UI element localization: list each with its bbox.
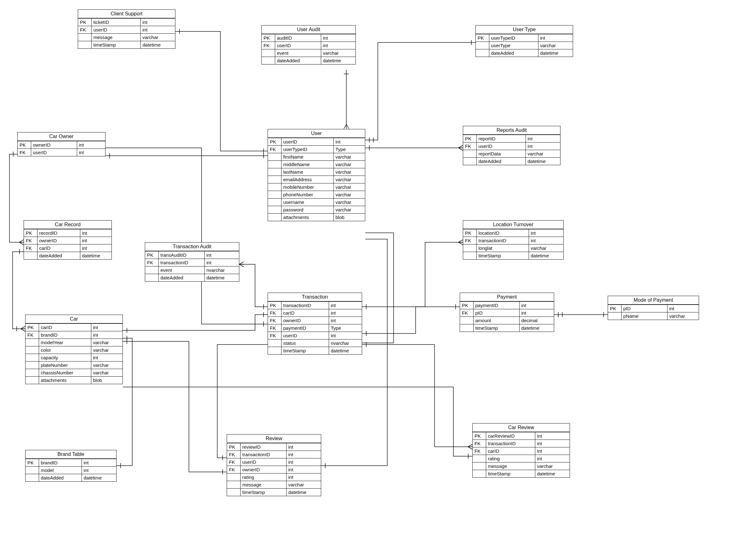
table-row: FKuserTypeIDType [268,146,365,153]
table-row: middleNamevarchar [268,161,365,168]
key-cell [227,481,240,488]
name-cell: timeStamp [91,41,141,49]
name-cell: plateNumber [39,361,91,369]
table-row: FKcarIDint [473,447,569,455]
key-cell [78,41,91,49]
name-cell: paymentID [473,302,519,309]
entity-title: User Audit [262,26,356,34]
type-cell: varchar [333,183,365,191]
table-row: PKbrandIDint [26,459,116,467]
key-cell: PK [17,141,31,149]
name-cell: userID [91,26,141,34]
table-row: FKownerIDint [268,317,362,325]
type-cell: varchar [529,245,563,252]
key-cell [26,339,39,346]
key-cell: FK [268,146,281,153]
table-row: capacityint [26,354,122,361]
key-cell [26,354,39,361]
table-row: dateAddeddatetime [26,474,116,482]
name-cell: timeStamp [473,325,519,332]
key-cell: FK [24,245,37,252]
name-cell: dateAdded [476,158,525,165]
type-cell: int [667,305,699,312]
type-cell: nvarchar [329,339,362,347]
entity-user-audit: User AuditPKauditIDintFKuserIDinteventva… [261,25,356,65]
table-row: dateAddeddatetime [476,49,573,57]
type-cell: varchar [321,49,356,57]
table-row: mobileNumbervarchar [268,183,365,191]
name-cell: userID [240,458,286,466]
type-cell: int [286,451,321,458]
key-cell: PK [262,34,275,42]
key-cell [26,369,39,377]
entity-title: Transaction Audit [145,243,239,251]
name-cell: ownerID [240,466,286,473]
entity-columns: PKreportIDintFKuserIDintreportDatavarcha… [463,135,560,165]
table-row: timeStampdatetime [78,41,175,49]
type-cell: int [80,237,112,245]
type-cell: varchar [333,161,365,168]
table-row: PKreportIDint [463,135,560,142]
key-cell: FK [17,149,31,156]
entity-columns: PKlocationIDintFKtransactionIDintlonglat… [463,229,563,259]
name-cell: carID [281,309,329,317]
type-cell: int [538,34,573,42]
key-cell: FK [463,142,476,150]
type-cell: varchar [91,369,122,377]
type-cell: int [535,455,569,463]
key-cell: PK [145,251,158,259]
erd-canvas: Client SupportPKticketIDintFKuserIDintme… [0,0,756,555]
table-row: FKpIDint [460,309,554,317]
name-cell: brandID [39,331,91,339]
type-cell: int [525,135,560,142]
entity-payment: PaymentPKpaymentIDintFKpIDintamountdecim… [460,293,554,332]
name-cell: transactionID [240,451,286,458]
table-row: dateAddeddatetime [24,252,112,260]
table-row: ratingint [473,455,569,463]
entity-user-type: User TypePKuserTypeIDintuserTypevarchard… [475,25,573,57]
name-cell: transactionID [476,237,529,245]
type-cell: datetime [82,474,116,482]
key-cell [473,455,486,463]
name-cell: ownerID [37,237,80,245]
table-row: PKlocationIDint [463,229,563,237]
name-cell: message [486,463,535,470]
type-cell: varchar [333,168,365,176]
name-cell: modelYear [39,339,91,346]
entity-columns: PKownerIDintFKuserIDint [17,141,105,156]
entity-reports-audit: Reports AuditPKreportIDintFKuserIDintrep… [463,126,560,165]
table-row: FKtransactionIDint [145,259,239,266]
type-cell: varchar [333,176,365,183]
type-cell: varchar [333,206,365,214]
entity-columns: PKticketIDintFKuserIDintmessagevarcharti… [78,18,175,48]
name-cell: dateAdded [39,474,82,482]
table-row: FKuserIDint [227,458,321,466]
type-cell: int [321,34,356,42]
name-cell: brandID [39,459,82,467]
name-cell: event [275,49,321,57]
entity-review: ReviewPKreviewIDintFKtransactionIDintFKu… [227,434,321,496]
type-cell: Type [333,146,365,153]
entity-title: User [268,129,365,138]
type-cell: datetime [529,252,563,260]
name-cell: timeStamp [240,488,286,496]
entity-columns: PKpIDintpNamevarchar [608,305,699,319]
table-row: PKpIDint [608,305,699,312]
table-row: passwordvarchar [268,206,365,214]
table-row: timeStampdatetime [473,470,569,478]
name-cell: dateAdded [275,57,321,65]
name-cell: ownerID [31,141,77,149]
entity-car-owner: Car OwnerPKownerIDintFKuserIDint [17,132,106,156]
type-cell: int [329,332,362,339]
entity-columns: PKauditIDintFKuserIDinteventvarchardateA… [262,34,356,64]
key-cell [473,463,486,470]
key-cell [78,34,91,41]
table-row: messagevarchar [473,463,569,470]
type-cell: varchar [91,361,122,369]
entity-columns: PKuserIDintFKuserTypeIDTypefirstNamevarc… [268,138,365,221]
type-cell: int [525,142,560,150]
type-cell: varchar [525,150,560,158]
name-cell: dateAdded [158,274,204,282]
table-row: chassisNumbervarchar [26,369,122,377]
name-cell: attachments [39,377,91,384]
